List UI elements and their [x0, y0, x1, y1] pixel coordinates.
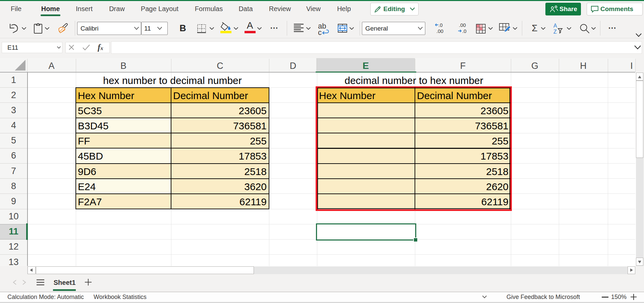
svg-text:.0: .0	[438, 22, 443, 28]
svg-text:A: A	[553, 23, 557, 29]
svg-text:.00: .00	[436, 28, 443, 34]
svg-text:.00: .00	[459, 22, 466, 28]
svg-text:Z: Z	[553, 29, 557, 35]
svg-text:.0: .0	[462, 28, 467, 34]
